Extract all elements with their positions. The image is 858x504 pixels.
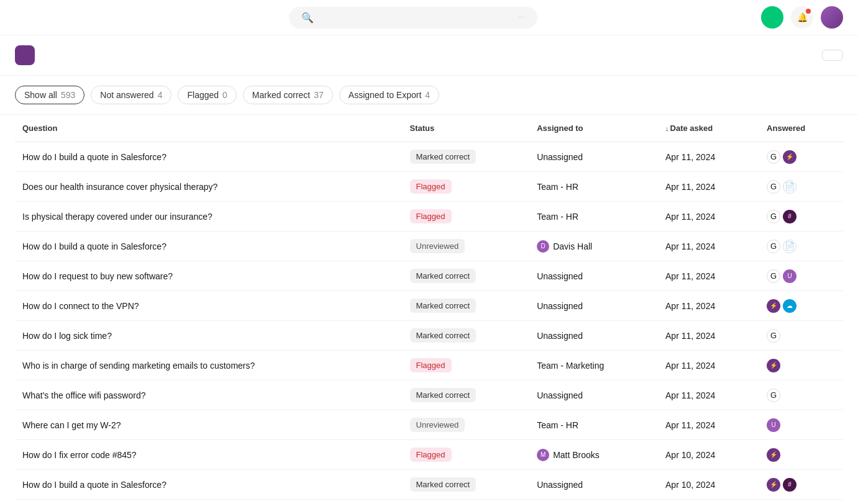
- user-avatar[interactable]: [821, 6, 843, 29]
- filter-tab-assigned-to-export[interactable]: Assigned to Export 4: [339, 86, 439, 104]
- table-header-row: Question Status Assigned to ↓Date asked …: [15, 115, 843, 142]
- question-cell: How do I build a quote in Salesforce?: [15, 232, 403, 261]
- assigned-cell: Unassigned: [529, 380, 658, 410]
- question-cell: Who is in charge of sending marketing em…: [15, 351, 403, 380]
- assigned-cell: Team - Marketing: [529, 351, 658, 380]
- date-cell: Apr 10, 2024: [658, 470, 759, 500]
- table-row[interactable]: Does our health insurance cover physical…: [15, 172, 843, 202]
- table-row[interactable]: How do I build a quote in Salesforce? Un…: [15, 232, 843, 261]
- date-cell: Apr 11, 2024: [658, 142, 759, 172]
- add-button[interactable]: [761, 6, 783, 29]
- answered-icons: GU: [767, 269, 836, 283]
- avatar-purple-icon: U: [767, 418, 780, 432]
- date-cell: Apr 11, 2024: [658, 380, 759, 410]
- table-row[interactable]: How do I request to buy new software? Ma…: [15, 261, 843, 291]
- question-cell: How do I fix error code #845?: [15, 440, 403, 470]
- answered-cell: G: [759, 380, 843, 410]
- status-cell: Flagged: [403, 440, 530, 470]
- status-cell: Unreviewed: [403, 232, 530, 261]
- question-cell: What's the office wifi password?: [15, 380, 403, 410]
- question-cell: How do I build a quote in Salesforce?: [15, 470, 403, 500]
- assigned-cell: Unassigned: [529, 321, 658, 351]
- answered-icons: ⚡: [767, 448, 836, 462]
- assigned-cell: DDavis Hall: [529, 232, 658, 261]
- question-cell: How do I build a quote in Salesforce?: [15, 142, 403, 172]
- question-cell: How do I request to buy new software?: [15, 261, 403, 291]
- table-row[interactable]: How do I fix error code #845? Flagged MM…: [15, 440, 843, 470]
- answered-icons: G: [767, 329, 836, 343]
- status-badge: Marked correct: [410, 299, 477, 313]
- date-cell: Apr 11, 2024: [658, 261, 759, 291]
- date-cell: Apr 11, 2024: [658, 410, 759, 440]
- status-badge: Flagged: [410, 179, 452, 194]
- table-row[interactable]: Is physical therapy covered under our in…: [15, 202, 843, 232]
- question-cell: How do I log sick time?: [15, 321, 403, 351]
- date-cell: Apr 11, 2024: [658, 202, 759, 232]
- col-assigned: Assigned to: [529, 115, 658, 142]
- search-shortcut: [518, 16, 525, 19]
- status-cell: Marked correct: [403, 291, 530, 321]
- answered-cell: ⚡: [759, 440, 843, 470]
- answered-icons: ⚡: [767, 359, 836, 372]
- google-icon: G: [767, 329, 780, 343]
- status-badge: Flagged: [410, 448, 452, 462]
- question-cell: Where can I get my W-2?: [15, 410, 403, 440]
- question-cell: How do I connect to the VPN?: [15, 291, 403, 321]
- filter-bar: Show all 593Not answered 4Flagged 0Marke…: [0, 76, 858, 115]
- drive-icon: 📄: [783, 240, 796, 253]
- status-cell: Flagged: [403, 172, 530, 202]
- date-cell: Apr 11, 2024: [658, 172, 759, 202]
- google-icon: G: [767, 269, 780, 283]
- answered-icons: G📄: [767, 180, 836, 194]
- search-icon: 🔍: [301, 12, 314, 24]
- disable-answers-button[interactable]: [822, 50, 843, 61]
- table-row[interactable]: Who is in charge of sending marketing em…: [15, 351, 843, 380]
- table-row[interactable]: How do I build a quote in Salesforce? Ma…: [15, 142, 843, 172]
- questions-table: Question Status Assigned to ↓Date asked …: [15, 115, 843, 500]
- status-badge: Marked correct: [410, 328, 477, 343]
- search-bar[interactable]: 🔍: [289, 7, 537, 29]
- question-cell: Does our health insurance cover physical…: [15, 172, 403, 202]
- guru-icon: ⚡: [767, 299, 780, 313]
- date-cell: Apr 11, 2024: [658, 321, 759, 351]
- topbar: 🔍 🔔: [0, 0, 858, 35]
- filter-tab-marked-correct[interactable]: Marked correct 37: [243, 86, 333, 104]
- answered-cell: G⚡: [759, 142, 843, 172]
- assigned-cell: Team - HR: [529, 410, 658, 440]
- answered-cell: ⚡: [759, 351, 843, 380]
- date-cell: Apr 11, 2024: [658, 232, 759, 261]
- topbar-actions: 🔔: [761, 6, 843, 29]
- notifications-button[interactable]: 🔔: [791, 6, 813, 29]
- status-badge: Marked correct: [410, 477, 477, 492]
- status-cell: Marked correct: [403, 142, 530, 172]
- table-row[interactable]: Where can I get my W-2? Unreviewed Team …: [15, 410, 843, 440]
- table-row[interactable]: How do I log sick time? Marked correct U…: [15, 321, 843, 351]
- table-row[interactable]: What's the office wifi password? Marked …: [15, 380, 843, 410]
- table-row[interactable]: How do I build a quote in Salesforce? Ma…: [15, 470, 843, 500]
- filter-tab-not-answered[interactable]: Not answered 4: [91, 86, 171, 104]
- status-badge: Unreviewed: [410, 239, 465, 253]
- answered-icons: G⚡: [767, 150, 836, 164]
- status-badge: Unreviewed: [410, 418, 465, 432]
- assigned-cell: Unassigned: [529, 470, 658, 500]
- table-row[interactable]: How do I connect to the VPN? Marked corr…: [15, 291, 843, 321]
- col-status: Status: [403, 115, 530, 142]
- filter-tab-flagged[interactable]: Flagged 0: [178, 86, 236, 104]
- purple-avatar-icon: U: [783, 269, 796, 283]
- assigned-cell: Unassigned: [529, 142, 658, 172]
- col-date[interactable]: ↓Date asked: [658, 115, 759, 142]
- filter-tab-show-all[interactable]: Show all 593: [15, 86, 84, 104]
- answered-icons: ⚡☁: [767, 299, 836, 313]
- answered-cell: G: [759, 321, 843, 351]
- status-cell: Flagged: [403, 202, 530, 232]
- date-cell: Apr 10, 2024: [658, 440, 759, 470]
- status-cell: Marked correct: [403, 321, 530, 351]
- answered-icons: G📄: [767, 240, 836, 253]
- status-cell: Marked correct: [403, 261, 530, 291]
- answered-cell: G📄: [759, 172, 843, 202]
- page-header: [0, 35, 858, 76]
- assigned-cell: Unassigned: [529, 291, 658, 321]
- status-cell: Marked correct: [403, 470, 530, 500]
- table-container: Question Status Assigned to ↓Date asked …: [0, 115, 858, 500]
- answered-icons: G: [767, 389, 836, 402]
